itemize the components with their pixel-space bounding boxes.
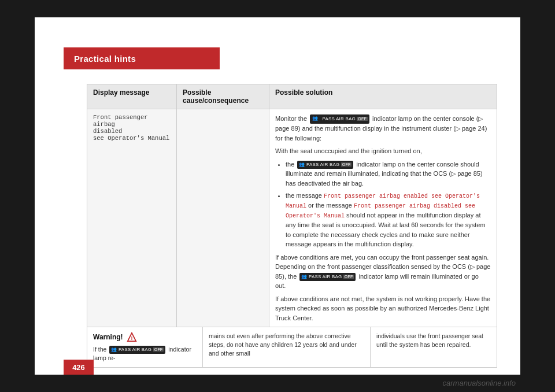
warning-mid-text: mains out even after performing the abov… — [203, 327, 371, 367]
cause-cell — [177, 109, 269, 331]
off-badge: OFF — [357, 117, 368, 121]
badge-warn: 👥 PASS AIR BAG OFF — [109, 346, 165, 354]
solution-p4: If above conditions are not met, the sys… — [275, 294, 491, 323]
page-number: 426 — [72, 363, 85, 372]
table-header-row: Display message Possible cause/consequen… — [87, 84, 497, 109]
person-icon-2: 👥 — [299, 162, 305, 167]
section-header: Practical hints — [64, 47, 220, 69]
off-badge-warn: OFF — [153, 347, 164, 352]
badge-label: PASS AIR BAG — [323, 116, 356, 121]
page-number-box: 426 — [64, 360, 94, 375]
col-header-cause: Possible cause/consequence — [177, 84, 269, 109]
warning-triangle-icon: ! — [127, 332, 137, 342]
table-body-row: Front passenger airbag disabled see Oper… — [87, 109, 497, 331]
badge-label-2: PASS AIR BAG — [306, 162, 339, 167]
person-icon: 👥 — [312, 115, 320, 123]
off-badge-2: OFF — [341, 162, 352, 167]
warning-section: Warning! ! If the 👥 PASS AIR BAG OFF ind… — [87, 327, 497, 368]
svg-text:!: ! — [131, 335, 132, 341]
badge-3: 👥 PASS AIR BAG OFF — [299, 273, 356, 281]
section-title: Practical hints — [74, 54, 136, 64]
warning-right-text: individuals use the front passenger seat… — [371, 327, 498, 367]
col-header-solution: Possible solution — [269, 84, 497, 109]
person-icon-3: 👥 — [301, 274, 307, 279]
solution-bullet-1: the 👥 PASS AIR BAG OFF indicator lamp on… — [286, 160, 491, 188]
badge-label-warn: PASS AIR BAG — [119, 347, 151, 352]
warning-body: If the 👥 PASS AIR BAG OFF indicator lamp… — [93, 345, 197, 363]
warning-box: Warning! ! If the 👥 PASS AIR BAG OFF ind… — [87, 327, 203, 367]
solution-p1: Monitor the 👥 PASS AIR BAG OFF indicator… — [275, 114, 491, 143]
solution-bullet-2: the message Front passenger airbag enabl… — [286, 191, 491, 249]
solution-p3: If above conditions are met, you can occ… — [275, 253, 491, 291]
badge-label-3: PASS AIR BAG — [309, 274, 342, 279]
main-table: Display message Possible cause/consequen… — [87, 84, 497, 331]
col-header-display: Display message — [87, 84, 177, 109]
watermark: carmanualsonline.info — [443, 379, 516, 387]
solution-list: the 👥 PASS AIR BAG OFF indicator lamp on… — [286, 160, 491, 249]
display-message-cell: Front passenger airbag disabled see Oper… — [87, 109, 177, 331]
solution-p2: With the seat unoccupied and the ignitio… — [275, 146, 491, 156]
code-msg-2: Front passenger airbag disabled see Oper… — [286, 203, 475, 219]
warning-title: Warning! ! — [93, 332, 197, 342]
solution-cell: Monitor the 👥 PASS AIR BAG OFF indicator… — [269, 109, 497, 331]
warning-label: Warning! — [93, 333, 123, 341]
badge-2: 👥 PASS AIR BAG OFF — [297, 161, 353, 169]
off-badge-3: OFF — [343, 275, 354, 279]
badge-1: 👥 PASS AIR BAG OFF — [310, 114, 369, 124]
person-icon-warn: 👥 — [111, 347, 117, 352]
